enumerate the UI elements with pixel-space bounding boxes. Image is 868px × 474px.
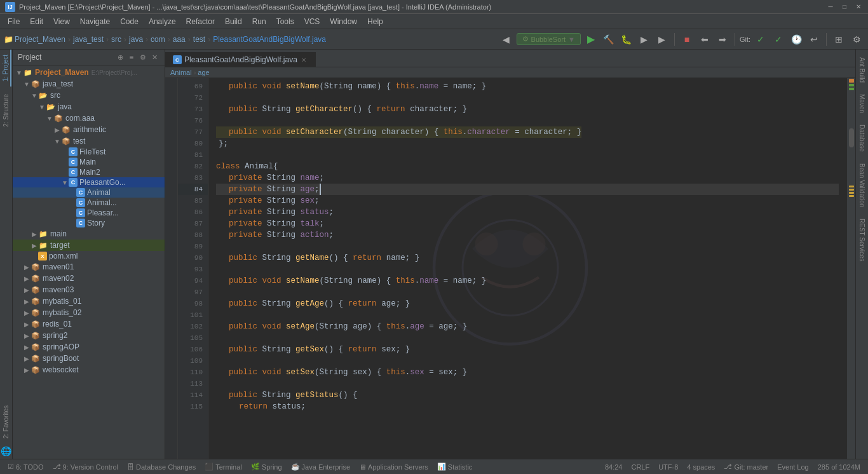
- statistic-status[interactable]: 📊 Statistic: [433, 461, 477, 473]
- app-servers-status[interactable]: 🖥 Application Servers: [355, 461, 432, 473]
- tree-item-websocket[interactable]: ▶ 📦 websocket: [13, 364, 165, 376]
- git-branch-status[interactable]: ⎇ Git: master: [720, 461, 772, 473]
- structure-panel-tab[interactable]: 2: Structure: [1, 89, 11, 132]
- debug-button[interactable]: 🐛: [619, 32, 634, 47]
- db-changes-status[interactable]: 🗄 Database Changes: [123, 461, 200, 473]
- todo-status[interactable]: ☑ 6: TODO: [4, 461, 48, 473]
- tree-item-redis01[interactable]: ▶ 📦 redis_01: [13, 318, 165, 330]
- tree-item-mybatis01[interactable]: ▶ 📦 mybatis_01: [13, 295, 165, 307]
- database-panel-tab[interactable]: Database: [857, 119, 867, 157]
- tab-close-button[interactable]: ✕: [300, 56, 308, 64]
- profile-button[interactable]: ▶: [654, 32, 670, 47]
- tree-item-springaop[interactable]: ▶ 📦 springAOP: [13, 341, 165, 353]
- menu-code[interactable]: Code: [115, 16, 144, 27]
- tree-item-com-aaa[interactable]: ▼ 📦 com.aaa: [13, 112, 165, 124]
- menu-run[interactable]: Run: [247, 16, 271, 27]
- menu-file[interactable]: File: [3, 16, 25, 27]
- project-locate-btn[interactable]: ⊕: [115, 52, 125, 62]
- breadcrumb-age[interactable]: age: [198, 69, 209, 76]
- web-panel-tab[interactable]: 🌐: [0, 444, 13, 459]
- menu-help[interactable]: Help: [362, 16, 388, 27]
- code-editor[interactable]: 69 72 73 76 77 80 81 82 83 84 85 86 87 8…: [165, 78, 855, 459]
- tree-item-root[interactable]: ▼ 📁 Project_Maven E:\Project\Proj...: [13, 67, 165, 78]
- tree-item-filetest[interactable]: ▶ C FileTest: [13, 147, 165, 157]
- cursor-position[interactable]: 84:24: [601, 461, 627, 473]
- tree-item-pom[interactable]: ▶ X pom.xml: [13, 251, 165, 261]
- menu-edit[interactable]: Edit: [25, 16, 48, 27]
- code-content[interactable]: public void setName(String name) { this.…: [208, 78, 846, 459]
- git-check[interactable]: ✓: [753, 32, 768, 47]
- breadcrumb-file[interactable]: PleasantGoatAndBigBigWolf.java: [213, 35, 326, 44]
- menu-refactor[interactable]: Refactor: [181, 16, 220, 27]
- breadcrumb-src[interactable]: src: [111, 35, 121, 44]
- tree-item-target[interactable]: ▶ 📁 target: [13, 240, 165, 251]
- tree-item-main2-class[interactable]: ▶ C Main2: [13, 167, 165, 177]
- tree-item-pleasantgoat[interactable]: ▼ C PleasantGo...: [13, 177, 165, 187]
- maven-panel-tab[interactable]: Maven: [857, 89, 867, 118]
- breadcrumb-aaa[interactable]: aaa: [173, 35, 186, 44]
- rest-services-tab[interactable]: REST Services: [857, 213, 867, 267]
- menu-tools[interactable]: Tools: [271, 16, 299, 27]
- tree-item-animal[interactable]: ▶ C Animal: [13, 187, 165, 198]
- breadcrumb-animal[interactable]: Animal: [170, 69, 192, 76]
- memory-status[interactable]: 285 of 1024M: [814, 461, 864, 473]
- tree-item-src[interactable]: ▼ 📂 src: [13, 90, 165, 101]
- project-collapse-btn[interactable]: ≡: [126, 52, 137, 62]
- indentation-status[interactable]: 4 spaces: [683, 461, 719, 473]
- nav-right[interactable]: ➡: [715, 32, 730, 47]
- breadcrumb-com[interactable]: com: [151, 35, 165, 44]
- breadcrumb-project-label[interactable]: Project_Maven: [15, 35, 65, 44]
- tree-item-arithmetic[interactable]: ▶ 📦 arithmetic: [13, 124, 165, 135]
- build-button[interactable]: 🔨: [601, 32, 616, 47]
- tree-item-story[interactable]: ▶ C Story: [13, 218, 165, 228]
- editor-tab-main[interactable]: C PleasantGoatAndBigBigWolf.java ✕: [165, 52, 316, 67]
- menu-vcs[interactable]: VCS: [299, 16, 325, 27]
- coverage-button[interactable]: ▶: [637, 32, 652, 47]
- tree-item-maven01[interactable]: ▶ 📦 maven01: [13, 261, 165, 273]
- stop-button[interactable]: ■: [679, 32, 695, 47]
- menu-build[interactable]: Build: [220, 16, 247, 27]
- git-revert[interactable]: ↩: [806, 32, 822, 47]
- tree-item-pleasant-inner[interactable]: ▶ C Pleasar...: [13, 208, 165, 218]
- menu-window[interactable]: Window: [325, 16, 362, 27]
- breadcrumb-test[interactable]: test: [193, 35, 205, 44]
- tree-item-animal-inner2[interactable]: ▶ C Animal...: [13, 198, 165, 208]
- tree-item-main-class[interactable]: ▶ C Main: [13, 157, 165, 167]
- tree-item-test[interactable]: ▼ 📦 test: [13, 135, 165, 147]
- tree-item-springboot[interactable]: ▶ 📦 springBoot: [13, 353, 165, 364]
- version-control-status[interactable]: ⎇ 9: Version Control: [49, 461, 122, 473]
- breadcrumb-java[interactable]: java: [129, 35, 143, 44]
- bean-validation-tab[interactable]: Bean Validation: [857, 158, 867, 212]
- java-enterprise-status[interactable]: ☕ Java Enterprise: [287, 461, 354, 473]
- tree-item-maven02[interactable]: ▶ 📦 maven02: [13, 273, 165, 284]
- tree-item-main-folder[interactable]: ▶ 📁 main: [13, 228, 165, 240]
- tree-item-maven03[interactable]: ▶ 📦 maven03: [13, 284, 165, 295]
- project-hide-btn[interactable]: ✕: [149, 52, 159, 62]
- breadcrumb-module[interactable]: java_test: [73, 35, 104, 44]
- menu-view[interactable]: View: [48, 16, 75, 27]
- nav-left[interactable]: ⬅: [697, 32, 712, 47]
- project-panel-tab[interactable]: 1: Project: [1, 50, 11, 86]
- git-history[interactable]: 🕐: [789, 32, 804, 47]
- menu-analyze[interactable]: Analyze: [144, 16, 181, 27]
- menu-navigate[interactable]: Navigate: [75, 16, 115, 27]
- close-button[interactable]: ✕: [854, 3, 863, 11]
- breadcrumb-project[interactable]: 📁: [4, 35, 13, 44]
- event-log-status[interactable]: Event Log: [773, 461, 813, 473]
- ant-build-panel-tab[interactable]: Ant Build: [857, 52, 867, 88]
- terminal-status[interactable]: ⬛ Terminal: [201, 461, 246, 473]
- back-button[interactable]: ◀: [499, 32, 514, 47]
- encoding-status[interactable]: UTF-8: [654, 461, 682, 473]
- tree-item-java-test[interactable]: ▼ 📦 java_test: [13, 78, 165, 90]
- layout-btn[interactable]: ⊞: [831, 32, 846, 47]
- maximize-button[interactable]: □: [840, 3, 849, 11]
- line-ending[interactable]: CRLF: [627, 461, 653, 473]
- spring-status[interactable]: 🌿 Spring: [247, 461, 286, 473]
- git-check2[interactable]: ✓: [771, 32, 786, 47]
- tree-item-java[interactable]: ▼ 📂 java: [13, 101, 165, 112]
- project-settings-btn[interactable]: ⚙: [138, 52, 148, 62]
- minimize-button[interactable]: ─: [826, 3, 835, 11]
- run-button[interactable]: ▶: [583, 32, 599, 47]
- tree-item-spring2[interactable]: ▶ 📦 spring2: [13, 330, 165, 341]
- tree-item-mybatis02[interactable]: ▶ 📦 mybatis_02: [13, 307, 165, 318]
